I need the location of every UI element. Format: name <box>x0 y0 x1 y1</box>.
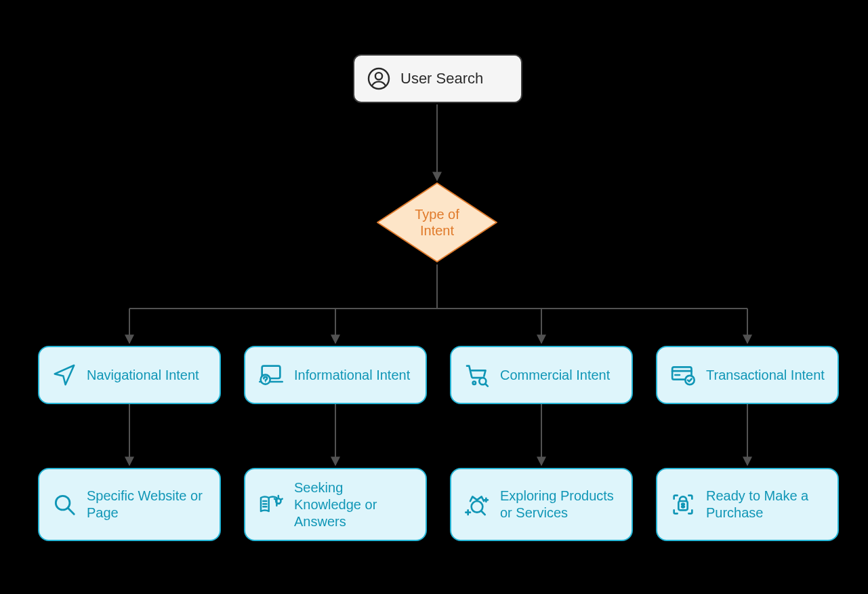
outcome-label: Specific Website or Page <box>87 488 207 521</box>
svg-line-20 <box>485 384 488 387</box>
svg-line-36 <box>481 511 485 515</box>
outcome-label: Exploring Products or Services <box>500 488 619 521</box>
magnifier-icon <box>51 492 77 517</box>
intent-title: Navigational Intent <box>87 367 199 384</box>
svg-line-32 <box>281 499 283 500</box>
root-node: User Search <box>353 54 522 103</box>
svg-point-17 <box>265 382 266 383</box>
intent-title: Commercial Intent <box>500 367 610 384</box>
user-circle-icon <box>367 66 391 91</box>
outcome-label: Seeking Knowledge or Answers <box>294 479 413 530</box>
diagram-stage: User Search Type of Intent Navigational … <box>0 0 868 594</box>
compass-arrow-icon <box>51 362 77 388</box>
svg-point-18 <box>473 382 476 384</box>
book-idea-icon <box>257 491 285 518</box>
intent-node-informational: Informational Intent <box>244 346 427 404</box>
laptop-question-icon <box>257 361 285 389</box>
outcome-node-transactional: Ready to Make a Purchase <box>656 468 839 541</box>
purchase-scan-icon <box>669 491 697 518</box>
intent-node-transactional: Transactional Intent <box>656 346 839 404</box>
intent-title: Informational Intent <box>294 367 410 384</box>
svg-line-26 <box>68 509 75 515</box>
decision-node: Type of Intent <box>376 182 498 263</box>
svg-point-30 <box>276 498 281 503</box>
outcome-node-informational: Seeking Knowledge or Answers <box>244 468 427 541</box>
svg-point-12 <box>375 73 382 79</box>
outcome-node-navigational: Specific Website or Page <box>38 468 221 541</box>
decision-label: Type of Intent <box>376 182 498 263</box>
intent-node-commercial: Commercial Intent <box>450 346 633 404</box>
outcome-label: Ready to Make a Purchase <box>706 488 825 521</box>
card-check-icon <box>669 361 697 389</box>
svg-line-33 <box>274 499 276 500</box>
intent-title: Transactional Intent <box>706 367 825 384</box>
intent-node-navigational: Navigational Intent <box>38 346 221 404</box>
root-label: User Search <box>400 70 483 87</box>
crown-add-icon <box>463 491 491 518</box>
outcome-node-commercial: Exploring Products or Services <box>450 468 633 541</box>
cart-search-icon <box>463 361 491 389</box>
